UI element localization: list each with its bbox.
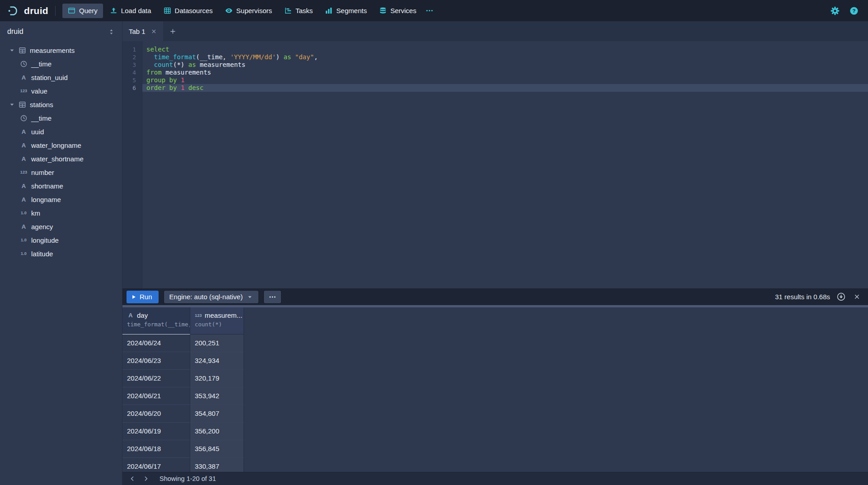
tree-column-label: uuid [31, 128, 44, 136]
tree-table-label: stations [30, 101, 53, 108]
number-type-icon: 123 [20, 169, 28, 176]
nav-more-button[interactable] [422, 4, 437, 18]
tree-column-label: agency [31, 223, 53, 231]
bar-chart-icon [325, 7, 333, 14]
table-cell[interactable]: 2024/06/22 [122, 370, 190, 387]
new-tab-button[interactable] [163, 21, 183, 41]
table-cell[interactable]: 356,845 [190, 440, 244, 458]
table-icon [19, 47, 26, 54]
line-number: 6 [122, 84, 142, 92]
code-line[interactable]: order by 1 desc [142, 84, 868, 92]
play-icon [131, 294, 136, 300]
download-results-button[interactable] [835, 291, 847, 302]
tree-column-longitude[interactable]: 1.0longitude [0, 233, 122, 247]
tree-column-km[interactable]: 1.0km [0, 206, 122, 220]
tree-column-water-shortname[interactable]: Awater_shortname [0, 152, 122, 165]
code-line[interactable]: group by 1 [142, 76, 868, 84]
tree-table-measurements[interactable]: measurements [0, 43, 122, 57]
table-cell[interactable]: 2024/06/20 [122, 405, 190, 423]
next-page-button[interactable] [140, 473, 152, 485]
code-line[interactable]: select [142, 46, 868, 53]
table-cell[interactable]: 2024/06/21 [122, 387, 190, 405]
sql-token: ) [276, 53, 284, 61]
code-line[interactable]: from measurements [142, 69, 868, 76]
nav-item-services[interactable]: Services [374, 4, 422, 18]
table-cell[interactable]: 324,934 [190, 352, 244, 370]
table-cell[interactable]: 2024/06/18 [122, 440, 190, 458]
run-toolbar: Run Engine: auto (sql-native) 31 results… [122, 288, 868, 305]
nav-item-load-data[interactable]: Load data [104, 4, 157, 18]
column-header-measurem-[interactable]: 123measurem...count(*) [190, 307, 244, 334]
nav-item-datasources[interactable]: Datasources [158, 4, 218, 18]
line-number: 4 [122, 69, 142, 76]
engine-selector[interactable]: Engine: auto (sql-native) [164, 291, 259, 303]
schema-selector[interactable]: druid [0, 21, 122, 42]
table-cell[interactable]: 200,251 [190, 334, 244, 352]
nav-item-query[interactable]: Query [62, 4, 103, 18]
tree-column-longname[interactable]: Alongname [0, 193, 122, 206]
sql-token: group by [146, 76, 177, 84]
table-cell[interactable]: 2024/06/23 [122, 352, 190, 370]
help-button[interactable]: ? [847, 4, 861, 18]
code-line[interactable]: time_format(__time, 'YYYY/MM/dd') as "da… [142, 53, 868, 61]
query-options-button[interactable] [264, 291, 281, 303]
prev-page-button[interactable] [126, 473, 139, 485]
run-button[interactable]: Run [127, 291, 159, 303]
sql-token: 1 [181, 76, 184, 84]
close-icon [854, 293, 860, 300]
table-cell[interactable]: 2024/06/17 [122, 458, 190, 472]
number-type-icon: 123 [195, 312, 202, 319]
table-row: 2024/06/21353,942 [122, 387, 868, 405]
nav-item-supervisors[interactable]: Supervisors [220, 4, 277, 18]
close-results-button[interactable] [852, 292, 862, 301]
result-status: 31 results in 0.68s [775, 293, 830, 301]
column-header-day[interactable]: Adaytime_format(__time, … [122, 307, 190, 334]
caret-down-icon [247, 294, 253, 300]
sql-code-area[interactable]: select time_format(__time, 'YYYY/MM/dd')… [142, 41, 868, 288]
tree-table-stations[interactable]: stations [0, 98, 122, 111]
table-cell[interactable]: 2024/06/24 [122, 334, 190, 352]
tree-column-shortname[interactable]: Ashortname [0, 179, 122, 193]
run-button-label: Run [140, 293, 152, 301]
tabs: Tab 1 [122, 21, 163, 41]
nav-item-label: Datasources [175, 7, 213, 14]
settings-button[interactable] [828, 4, 842, 18]
nav-item-tasks[interactable]: Tasks [279, 4, 318, 18]
column-expression: count(*) [195, 321, 239, 328]
tree-column-station-uuid[interactable]: Astation_uuid [0, 71, 122, 84]
nav-item-label: Services [390, 7, 417, 14]
druid-logo-icon [7, 5, 20, 17]
tree-column-agency[interactable]: Aagency [0, 220, 122, 233]
table-cell[interactable]: 354,807 [190, 405, 244, 423]
sql-token: from [146, 69, 162, 76]
pagination-label: Showing 1-20 of 31 [160, 475, 216, 482]
application-icon [68, 7, 75, 14]
top-navbar: druid QueryLoad dataDatasourcesSuperviso… [0, 0, 868, 21]
nav-item-label: Supervisors [236, 7, 272, 14]
nav-item-segments[interactable]: Segments [319, 4, 372, 18]
tree-column-uuid[interactable]: Auuid [0, 125, 122, 138]
brand[interactable]: druid [7, 5, 48, 17]
tree-column--time[interactable]: __time [0, 57, 122, 71]
sql-editor[interactable]: 123456 select time_format(__time, 'YYYY/… [122, 41, 868, 288]
table-cell[interactable]: 353,942 [190, 387, 244, 405]
tree-column-number[interactable]: 123number [0, 165, 122, 179]
table-cell[interactable]: 356,200 [190, 423, 244, 440]
code-line[interactable]: count(*) as measurements [142, 61, 868, 69]
table-row: 2024/06/22320,179 [122, 370, 868, 387]
tree-column-label: number [31, 169, 54, 176]
tab-bar: Tab 1 [122, 21, 868, 41]
tree-column-value[interactable]: 123value [0, 84, 122, 98]
results-panel: Adaytime_format(__time, …123measurem...c… [122, 307, 868, 472]
tree-column-water-longname[interactable]: Awater_longname [0, 138, 122, 152]
tab-tab-1[interactable]: Tab 1 [122, 21, 163, 41]
tree-column-latitude[interactable]: 1.0latitude [0, 247, 122, 260]
float-type-icon: 1.0 [20, 209, 28, 217]
string-type-icon: A [20, 74, 28, 81]
table-cell[interactable]: 320,179 [190, 370, 244, 387]
string-type-icon: A [20, 182, 28, 189]
tree-column-label: longitude [31, 236, 59, 244]
tree-column--time[interactable]: __time [0, 111, 122, 125]
table-cell[interactable]: 2024/06/19 [122, 423, 190, 440]
table-cell[interactable]: 330,387 [190, 458, 244, 472]
